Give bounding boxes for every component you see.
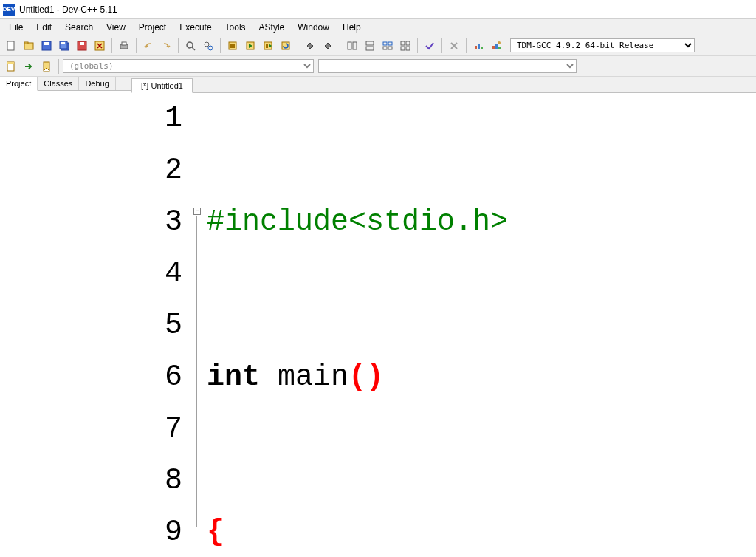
- layout2-button[interactable]: [362, 38, 378, 54]
- line-number: 3: [131, 197, 182, 248]
- line-number: 8: [131, 455, 182, 507]
- svg-rect-7: [61, 42, 65, 44]
- run-button[interactable]: [242, 38, 258, 54]
- new-file-button[interactable]: [3, 38, 19, 54]
- profile2-button[interactable]: [488, 38, 504, 54]
- menu-view[interactable]: View: [100, 21, 131, 34]
- svg-rect-33: [383, 47, 387, 49]
- toolbar-separator: [298, 38, 298, 53]
- replace-button[interactable]: [200, 38, 216, 54]
- bookmark-button[interactable]: [38, 58, 55, 75]
- menu-search[interactable]: Search: [59, 21, 99, 34]
- toolbar-main: TDM-GCC 4.9.2 64-bit Release: [0, 35, 756, 56]
- compiler-select[interactable]: TDM-GCC 4.9.2 64-bit Release: [510, 38, 695, 52]
- save-as-button[interactable]: [74, 38, 90, 54]
- svg-rect-22: [266, 44, 268, 48]
- main-area: Project Classes Debug [*] Untitled1 1 2 …: [0, 77, 756, 557]
- symbols-combo[interactable]: [318, 59, 577, 73]
- svg-rect-36: [406, 41, 410, 45]
- toolbar-separator: [340, 38, 340, 53]
- title-bar: DEV Untitled1 - Dev-C++ 5.11: [0, 0, 756, 19]
- menu-astyle[interactable]: AStyle: [253, 21, 291, 34]
- line-number: 7: [131, 403, 182, 455]
- print-button[interactable]: [116, 38, 132, 54]
- toolbar-separator: [220, 38, 221, 53]
- svg-rect-4: [44, 42, 49, 45]
- toolbar-separator: [111, 38, 112, 53]
- svg-rect-37: [401, 47, 405, 50]
- svg-rect-42: [492, 46, 495, 49]
- menu-window[interactable]: Window: [292, 21, 335, 34]
- check-button[interactable]: [422, 38, 438, 54]
- svg-rect-27: [348, 42, 351, 49]
- menu-file[interactable]: File: [3, 21, 29, 34]
- code-editor[interactable]: 1 2 3 4 5 6 7 8 9 − #include<stdio.h> in…: [131, 93, 756, 557]
- app-icon: DEV: [3, 4, 15, 16]
- sidebar-body: [0, 91, 131, 557]
- sidebar-tab-project[interactable]: Project: [0, 77, 38, 91]
- rebuild-button[interactable]: [278, 38, 294, 54]
- compile-run-button[interactable]: [260, 38, 276, 54]
- editor-tab-untitled[interactable]: [*] Untitled1: [131, 78, 193, 93]
- line-number: 5: [131, 300, 182, 352]
- menu-help[interactable]: Help: [337, 21, 367, 34]
- save-button[interactable]: [38, 38, 55, 54]
- svg-marker-25: [307, 43, 313, 49]
- debug-button[interactable]: [302, 38, 318, 54]
- fold-column: −: [190, 93, 205, 557]
- new-project-button[interactable]: [21, 38, 37, 54]
- sidebar-tab-debug[interactable]: Debug: [79, 77, 115, 90]
- undo-button[interactable]: [140, 38, 157, 54]
- menu-bar: File Edit Search View Project Execute To…: [0, 19, 756, 35]
- line-number: 2: [131, 145, 182, 197]
- line-number: 1: [131, 93, 182, 145]
- window-title: Untitled1 - Dev-C++ 5.11: [19, 4, 117, 15]
- menu-tools[interactable]: Tools: [219, 21, 252, 34]
- profile-button[interactable]: [470, 38, 487, 54]
- close-button[interactable]: [92, 38, 108, 54]
- svg-line-14: [192, 47, 195, 50]
- code-content[interactable]: #include<stdio.h> int main() { int a, b,…: [205, 93, 756, 557]
- svg-rect-9: [80, 42, 84, 45]
- layout1-button[interactable]: [344, 38, 360, 54]
- new-source-button[interactable]: [3, 58, 19, 75]
- svg-rect-41: [481, 47, 483, 49]
- brace: {: [207, 516, 224, 549]
- redo-button[interactable]: [158, 38, 174, 54]
- layout4-button[interactable]: [397, 38, 413, 54]
- editor-area: [*] Untitled1 1 2 3 4 5 6 7 8 9 − #inclu…: [131, 77, 756, 557]
- line-number-gutter: 1 2 3 4 5 6 7 8 9: [131, 93, 190, 557]
- layout3-button[interactable]: [379, 38, 396, 54]
- fold-line: [196, 216, 197, 527]
- menu-execute[interactable]: Execute: [173, 21, 217, 34]
- menu-edit[interactable]: Edit: [30, 21, 58, 34]
- editor-tabs: [*] Untitled1: [131, 77, 756, 93]
- save-all-button[interactable]: [56, 38, 72, 54]
- keyword: int: [207, 360, 260, 394]
- svg-point-13: [187, 42, 193, 48]
- menu-project[interactable]: Project: [133, 21, 172, 34]
- svg-rect-32: [388, 42, 392, 45]
- svg-marker-26: [325, 43, 331, 49]
- line-number: 9: [131, 507, 182, 557]
- svg-rect-44: [498, 47, 501, 49]
- fold-toggle-icon[interactable]: −: [193, 208, 201, 215]
- find-button[interactable]: [182, 38, 199, 54]
- sidebar: Project Classes Debug: [0, 77, 131, 557]
- clear-button[interactable]: [446, 38, 462, 54]
- svg-rect-18: [230, 44, 235, 48]
- toolbar-separator: [466, 38, 467, 53]
- toolbar-separator: [417, 38, 418, 53]
- toolbar-separator: [178, 38, 179, 53]
- globals-combo[interactable]: (globals): [63, 59, 314, 73]
- punct: (): [348, 360, 384, 394]
- sidebar-tab-classes[interactable]: Classes: [38, 77, 79, 90]
- svg-rect-34: [388, 47, 392, 49]
- svg-rect-35: [401, 41, 405, 45]
- svg-point-15: [205, 42, 209, 47]
- goto-button[interactable]: [21, 58, 37, 75]
- line-number: 4: [131, 248, 182, 300]
- stop-button[interactable]: [320, 38, 336, 54]
- svg-rect-38: [406, 47, 410, 50]
- compile-button[interactable]: [224, 38, 241, 54]
